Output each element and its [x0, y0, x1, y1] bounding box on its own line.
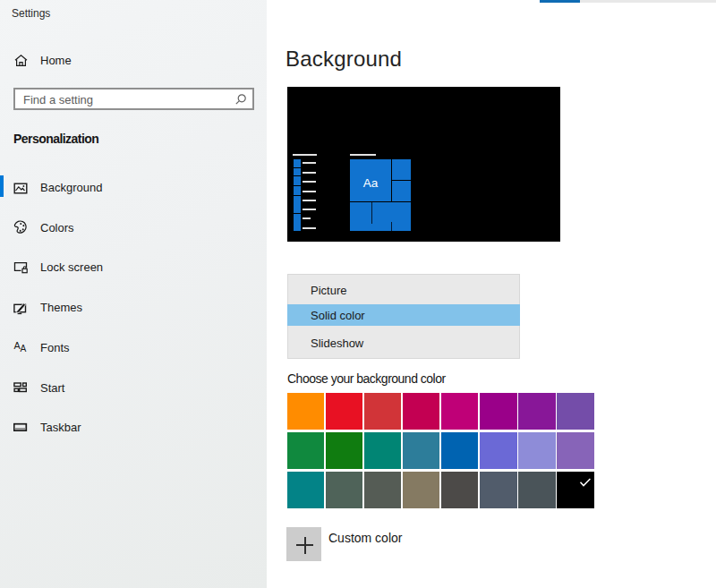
svg-text:A: A [21, 344, 27, 354]
